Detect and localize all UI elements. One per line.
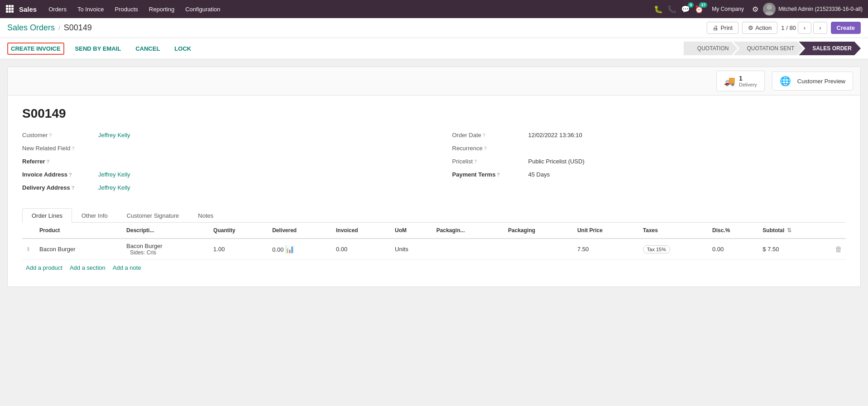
form-grid: Customer ? Jeffrey Kelly New Related Fie… bbox=[22, 132, 846, 197]
pricelist-help-icon[interactable]: ? bbox=[474, 159, 477, 164]
main-content: 🚚 1 Delivery 🌐 Customer Preview S00149 bbox=[0, 59, 868, 294]
page-header: Sales Orders / S00149 🖨 Print ⚙ Action 1… bbox=[0, 18, 868, 38]
invoiced-cell: 0.00 bbox=[332, 239, 391, 260]
debug-icon[interactable]: 🐛 bbox=[654, 5, 663, 14]
tab-order-lines[interactable]: Order Lines bbox=[22, 208, 72, 223]
delete-row-button[interactable]: 🗑 bbox=[835, 245, 842, 253]
add-product-link[interactable]: Add a product bbox=[26, 264, 62, 271]
status-quotation[interactable]: QUOTATION bbox=[684, 42, 738, 55]
breadcrumb-separator: / bbox=[58, 24, 60, 31]
action-button[interactable]: ⚙ Action bbox=[742, 22, 777, 34]
topbar: Sales Orders To Invoice Products Reporti… bbox=[0, 0, 868, 18]
form-card: 🚚 1 Delivery 🌐 Customer Preview S00149 bbox=[7, 67, 861, 287]
nav-configuration[interactable]: Configuration bbox=[181, 3, 225, 15]
payment-terms-help-icon[interactable]: ? bbox=[497, 172, 500, 177]
customer-help-icon[interactable]: ? bbox=[49, 133, 52, 138]
table-row: ⬍ Bacon Burger Bacon Burger Sides: Cris … bbox=[22, 239, 846, 260]
send-by-email-button[interactable]: SEND BY EMAIL bbox=[72, 43, 125, 55]
svg-rect-4 bbox=[9, 8, 11, 10]
payment-terms-label: Payment Terms ? bbox=[452, 171, 525, 178]
invoice-address-help-icon[interactable]: ? bbox=[69, 172, 72, 177]
disc-cell[interactable]: 0.00 bbox=[709, 239, 759, 260]
customer-label: Customer ? bbox=[22, 132, 95, 139]
col-unit-price: Unit Price bbox=[574, 223, 639, 239]
company-name: My Company bbox=[712, 6, 744, 12]
status-sales-order[interactable]: SALES ORDER bbox=[799, 42, 861, 55]
status-quotation-sent[interactable]: QUOTATION SENT bbox=[733, 42, 803, 55]
order-lines-table: Product Descripti... Quantity Delivered … bbox=[22, 223, 846, 260]
referrer-help-icon[interactable]: ? bbox=[47, 159, 50, 164]
prev-record-button[interactable]: ‹ bbox=[798, 22, 811, 34]
tab-customer-signature[interactable]: Customer Signature bbox=[117, 208, 189, 223]
sort-icon[interactable]: ⇅ bbox=[787, 227, 791, 234]
order-number: S00149 bbox=[22, 106, 846, 121]
truck-icon: 🚚 bbox=[724, 76, 735, 86]
unit-price-cell[interactable]: 7.50 bbox=[574, 239, 639, 260]
new-related-help-icon[interactable]: ? bbox=[72, 146, 74, 151]
phone-icon[interactable]: 📞 bbox=[667, 5, 676, 14]
col-packaging-qty: Packagin... bbox=[433, 223, 504, 239]
packaging-cell bbox=[504, 239, 574, 260]
svg-rect-3 bbox=[6, 8, 8, 10]
payment-terms-value: 45 Days bbox=[528, 171, 550, 178]
invoice-address-label: Invoice Address ? bbox=[22, 171, 95, 178]
customer-preview-button[interactable]: 🌐 Customer Preview bbox=[772, 72, 853, 91]
user-menu[interactable]: Mitchell Admin (21523336-16-0-all) bbox=[763, 3, 863, 15]
col-invoiced: Invoiced bbox=[332, 223, 391, 239]
customer-field: Customer ? Jeffrey Kelly bbox=[22, 132, 427, 139]
clock-icon[interactable]: ⏰ 37 bbox=[695, 5, 704, 14]
invoice-address-value[interactable]: Jeffrey Kelly bbox=[98, 171, 130, 178]
delivery-address-value[interactable]: Jeffrey Kelly bbox=[98, 184, 130, 191]
delivery-address-field: Delivery Address ? Jeffrey Kelly bbox=[22, 184, 427, 191]
tab-notes[interactable]: Notes bbox=[188, 208, 223, 223]
packaging-qty-cell bbox=[433, 239, 504, 260]
invoice-address-field: Invoice Address ? Jeffrey Kelly bbox=[22, 171, 427, 178]
recurrence-help-icon[interactable]: ? bbox=[484, 146, 487, 151]
pricelist-label: Pricelist ? bbox=[452, 158, 525, 165]
add-note-link[interactable]: Add a note bbox=[113, 264, 141, 271]
recurrence-field: Recurrence ? bbox=[452, 145, 839, 152]
svg-rect-0 bbox=[6, 5, 8, 7]
app-name[interactable]: Sales bbox=[19, 5, 37, 13]
tab-other-info[interactable]: Other Info bbox=[72, 208, 117, 223]
forecast-chart-icon[interactable]: 📊 bbox=[285, 245, 294, 253]
drag-handle[interactable]: ⬍ bbox=[22, 239, 36, 260]
col-subtotal: Subtotal ⇅ bbox=[759, 223, 831, 239]
nav-orders[interactable]: Orders bbox=[44, 3, 71, 15]
svg-rect-1 bbox=[9, 5, 11, 7]
col-description: Descripti... bbox=[123, 223, 210, 239]
quantity-cell[interactable]: 1.00 bbox=[210, 239, 269, 260]
breadcrumb-current: S00149 bbox=[64, 23, 92, 33]
customer-value[interactable]: Jeffrey Kelly bbox=[98, 132, 130, 139]
settings-icon[interactable]: ⚙ bbox=[752, 5, 758, 14]
delivery-button[interactable]: 🚚 1 Delivery bbox=[716, 71, 765, 91]
print-button[interactable]: 🖨 Print bbox=[707, 22, 739, 34]
nav-reporting[interactable]: Reporting bbox=[144, 3, 179, 15]
product-cell[interactable]: Bacon Burger bbox=[36, 239, 123, 260]
chat-badge: 9 bbox=[688, 2, 694, 8]
col-product: Product bbox=[36, 223, 123, 239]
chat-icon[interactable]: 💬 9 bbox=[681, 5, 690, 14]
col-disc: Disc.% bbox=[709, 223, 759, 239]
order-date-help-icon[interactable]: ? bbox=[483, 133, 485, 138]
order-date-value: 12/02/2022 13:36:10 bbox=[528, 132, 582, 139]
table-header-row: Product Descripti... Quantity Delivered … bbox=[22, 223, 846, 239]
delivery-address-help-icon[interactable]: ? bbox=[72, 185, 75, 191]
lock-button[interactable]: LOCK bbox=[171, 43, 195, 55]
uom-cell[interactable]: Units bbox=[391, 239, 433, 260]
create-invoice-button[interactable]: CREATE INVOICE bbox=[7, 43, 64, 55]
create-button[interactable]: Create bbox=[831, 22, 861, 34]
breadcrumb-parent[interactable]: Sales Orders bbox=[7, 23, 55, 33]
next-record-button[interactable]: › bbox=[813, 22, 827, 34]
action-bar: CREATE INVOICE SEND BY EMAIL CANCEL LOCK… bbox=[0, 38, 868, 59]
referrer-label: Referrer ? bbox=[22, 158, 95, 165]
username: Mitchell Admin (21523336-16-0-all) bbox=[778, 6, 863, 12]
grid-icon[interactable] bbox=[5, 5, 14, 14]
taxes-cell[interactable]: Tax 15% bbox=[639, 239, 709, 260]
nav-products[interactable]: Products bbox=[110, 3, 142, 15]
cancel-button[interactable]: CANCEL bbox=[132, 43, 163, 55]
nav-to-invoice[interactable]: To Invoice bbox=[73, 3, 109, 15]
add-section-link[interactable]: Add a section bbox=[70, 264, 106, 271]
col-delivered: Delivered bbox=[269, 223, 332, 239]
order-date-label: Order Date ? bbox=[452, 132, 525, 139]
